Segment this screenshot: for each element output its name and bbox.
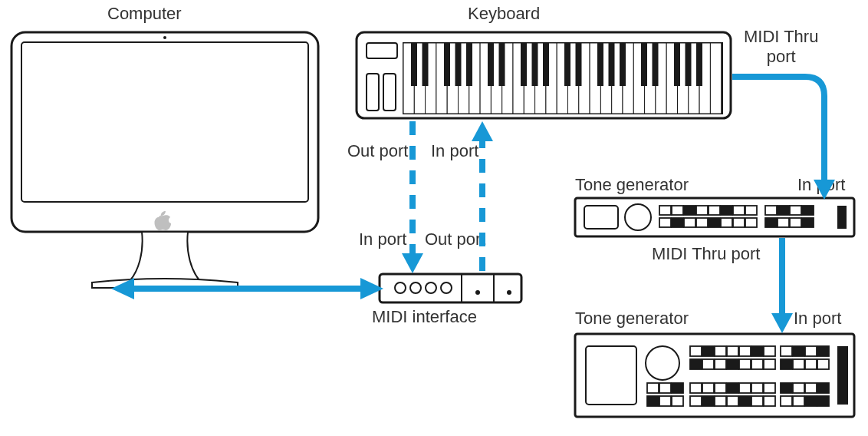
svg-rect-71	[684, 206, 695, 215]
svg-rect-72	[696, 206, 708, 215]
svg-rect-78	[778, 206, 789, 215]
svg-rect-143	[781, 396, 792, 406]
svg-rect-113	[751, 359, 763, 369]
svg-rect-117	[805, 359, 817, 369]
svg-rect-114	[764, 359, 775, 369]
svg-rect-126	[739, 383, 751, 393]
svg-rect-146	[817, 396, 829, 406]
svg-rect-147	[837, 346, 848, 405]
svg-rect-140	[739, 396, 751, 406]
svg-rect-74	[721, 206, 732, 215]
svg-rect-73	[709, 206, 720, 215]
svg-rect-118	[817, 359, 829, 369]
svg-rect-130	[793, 383, 804, 393]
svg-rect-106	[805, 346, 817, 356]
tone-generator-1-icon	[575, 198, 854, 236]
svg-rect-50	[609, 43, 615, 86]
svg-rect-86	[721, 218, 732, 227]
svg-point-68	[625, 204, 651, 230]
svg-rect-36	[710, 43, 721, 114]
svg-rect-40	[455, 43, 462, 86]
midi-interface-icon	[380, 274, 521, 302]
svg-rect-104	[781, 346, 792, 356]
svg-rect-80	[802, 206, 814, 215]
svg-rect-89	[765, 218, 777, 227]
svg-rect-54	[674, 43, 680, 86]
svg-rect-120	[659, 383, 671, 393]
svg-rect-119	[647, 383, 659, 393]
svg-rect-75	[733, 206, 745, 215]
svg-rect-55	[686, 43, 692, 86]
cable-kbd-out-to-midi-in	[402, 121, 423, 273]
svg-rect-51	[620, 43, 626, 86]
svg-rect-84	[696, 218, 708, 227]
svg-rect-4	[367, 43, 397, 58]
svg-rect-76	[745, 206, 757, 215]
svg-rect-107	[817, 346, 829, 356]
svg-rect-121	[672, 383, 683, 393]
svg-rect-47	[564, 43, 570, 86]
cable-midi-out-to-kbd-in	[472, 121, 493, 272]
svg-rect-132	[817, 383, 829, 393]
svg-rect-41	[466, 43, 472, 86]
svg-rect-111	[727, 359, 738, 369]
svg-rect-45	[532, 43, 538, 86]
svg-rect-110	[715, 359, 726, 369]
svg-rect-91	[790, 218, 801, 227]
svg-rect-105	[793, 346, 804, 356]
midi-diagram	[0, 0, 868, 436]
cable-kbd-thru-to-tg1	[732, 77, 835, 200]
svg-rect-103	[764, 346, 775, 356]
svg-rect-135	[672, 396, 683, 406]
svg-rect-145	[805, 396, 817, 406]
svg-rect-88	[745, 218, 757, 227]
svg-rect-112	[739, 359, 751, 369]
svg-rect-53	[653, 43, 659, 86]
svg-point-65	[507, 290, 511, 295]
svg-rect-70	[672, 206, 683, 215]
svg-rect-141	[751, 396, 763, 406]
svg-point-96	[646, 346, 679, 380]
svg-rect-123	[702, 383, 714, 393]
svg-rect-82	[672, 218, 683, 227]
svg-rect-92	[802, 218, 814, 227]
svg-rect-122	[690, 383, 702, 393]
svg-rect-85	[709, 218, 720, 227]
svg-rect-67	[584, 206, 618, 229]
svg-rect-133	[647, 396, 659, 406]
svg-rect-138	[715, 396, 726, 406]
svg-rect-38	[422, 43, 429, 86]
svg-rect-101	[739, 346, 751, 356]
svg-rect-6	[383, 74, 396, 111]
svg-rect-46	[543, 43, 549, 86]
svg-rect-128	[764, 383, 775, 393]
svg-rect-87	[733, 218, 745, 227]
svg-marker-152	[402, 253, 423, 273]
svg-rect-39	[444, 43, 450, 86]
svg-rect-98	[702, 346, 714, 356]
svg-rect-44	[521, 43, 527, 86]
svg-rect-134	[659, 396, 671, 406]
svg-rect-139	[727, 396, 738, 406]
svg-rect-125	[727, 383, 738, 393]
tone-generator-2-icon	[575, 334, 854, 417]
svg-rect-108	[690, 359, 702, 369]
svg-rect-109	[702, 359, 714, 369]
svg-rect-37	[411, 43, 417, 86]
svg-rect-136	[690, 396, 702, 406]
svg-rect-93	[837, 206, 847, 229]
svg-rect-1	[21, 42, 308, 202]
svg-point-2	[163, 36, 166, 39]
svg-rect-43	[499, 43, 505, 86]
svg-rect-137	[702, 396, 714, 406]
svg-rect-129	[781, 383, 792, 393]
svg-rect-5	[367, 74, 379, 111]
svg-rect-97	[690, 346, 702, 356]
svg-point-63	[475, 290, 480, 295]
keyboard-icon	[357, 32, 731, 118]
svg-rect-124	[715, 383, 726, 393]
svg-rect-100	[727, 346, 738, 356]
svg-rect-48	[576, 43, 582, 86]
svg-rect-116	[793, 359, 804, 369]
svg-rect-127	[751, 383, 763, 393]
